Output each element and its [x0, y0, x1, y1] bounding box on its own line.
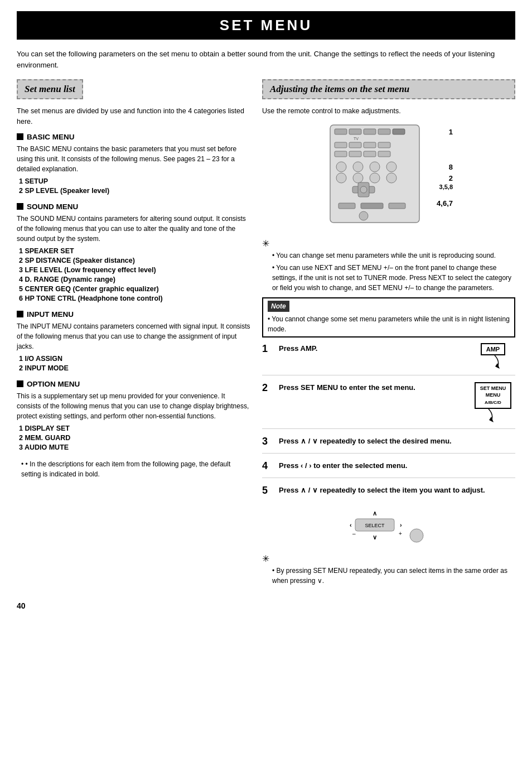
tip-icon: ✳	[262, 239, 269, 248]
sound-item-3: 3 LFE LEVEL (Low frequency effect level)	[19, 266, 251, 274]
svg-rect-4	[378, 129, 390, 134]
svg-text:–: –	[352, 531, 356, 537]
sound-menu-desc: The SOUND MENU contains parameters for a…	[17, 214, 251, 244]
step-1-number: 1	[262, 343, 273, 355]
page-title: SET MENU	[17, 11, 515, 40]
diagram-label-467: 4,6,7	[437, 199, 453, 208]
set-menu-button-tail-svg	[475, 409, 497, 423]
svg-rect-12	[349, 151, 361, 157]
svg-point-19	[336, 173, 346, 183]
svg-rect-9	[364, 142, 376, 148]
svg-point-29	[359, 211, 368, 220]
black-square-icon	[17, 311, 23, 317]
diagram-label-8: 8	[449, 163, 453, 171]
svg-text:∧: ∧	[373, 510, 377, 517]
right-column: Adjusting the items on the set menu Use …	[262, 79, 515, 590]
black-square-icon	[17, 133, 23, 140]
diagram-label-1: 1	[449, 128, 453, 136]
diagram-label-2: 2	[449, 174, 453, 182]
sound-menu-title: SOUND MENU	[17, 202, 251, 211]
svg-rect-14	[378, 151, 390, 157]
bottom-tip-icon: ✳	[262, 554, 269, 563]
remote-diagram: TV	[262, 122, 515, 233]
basic-menu-title: BASIC MENU	[17, 133, 251, 141]
step-5-number: 5	[262, 485, 273, 496]
footer-note: • In the descriptions for each item from…	[21, 459, 251, 479]
step-2-icon: SET MENUMENUA/B/C/D	[471, 382, 515, 423]
steps-container: 1 Press AMP. AMP 2	[262, 343, 515, 502]
note-text: • You cannot change some set menu parame…	[268, 314, 510, 334]
note-box: Note • You cannot change some set menu p…	[262, 297, 515, 337]
sound-item-4: 4 D. RANGE (Dynamic range)	[19, 276, 251, 283]
svg-rect-26	[338, 203, 355, 209]
tip-2: • You can use NEXT and SET MENU +/– on t…	[272, 263, 515, 293]
note-label: Note	[268, 301, 289, 312]
step-1-icon: AMP	[471, 343, 515, 369]
input-item-2: 2 INPUT MODE	[19, 364, 251, 372]
step-2-content: Press SET MENU to enter the set menu.	[279, 382, 465, 393]
amp-button-tail-svg	[481, 355, 503, 369]
bottom-tip-section: ✳ • By pressing SET MENU repeatedly, you…	[262, 552, 515, 586]
nav-diagram-wrapper: ∧ SELECT ‹ › ∨ – +	[262, 509, 515, 548]
input-menu-title: INPUT MENU	[17, 310, 251, 319]
adjusting-header: Adjusting the items on the set menu	[262, 79, 515, 99]
diagram-label-358: 3,5,8	[439, 184, 453, 190]
black-square-icon	[17, 203, 23, 210]
black-square-icon	[17, 380, 23, 387]
option-item-1: 1 DISPLAY SET	[19, 425, 251, 432]
basic-item-2: 2 SP LEVEL (Speaker level)	[19, 187, 251, 195]
right-intro: Use the remote control to make adjustmen…	[262, 106, 515, 117]
svg-point-17	[370, 162, 380, 172]
page-number: 40	[17, 601, 515, 610]
basic-menu-desc: The BASIC MENU contains the basic parame…	[17, 144, 251, 174]
remote-diagram-svg: TV	[325, 122, 453, 231]
svg-text:∨: ∨	[373, 534, 377, 541]
amp-button: AMP	[481, 343, 505, 355]
option-item-2: 2 MEM. GUARD	[19, 434, 251, 442]
option-menu-desc: This is a supplementary set up menu prov…	[17, 391, 251, 421]
tip-1: • You can change set menu parameters whi…	[272, 250, 515, 261]
svg-rect-1	[335, 129, 347, 134]
svg-marker-31	[489, 417, 494, 422]
svg-text:+: +	[399, 531, 402, 537]
svg-rect-7	[335, 142, 347, 148]
step-2-number: 2	[262, 382, 273, 394]
svg-point-15	[336, 162, 346, 172]
svg-point-18	[386, 162, 396, 172]
step-1-row: 1 Press AMP. AMP	[262, 343, 515, 375]
step-3-content: Press ∧ / ∨ repeatedly to select the des…	[279, 436, 515, 447]
svg-rect-13	[364, 151, 376, 157]
svg-rect-2	[349, 129, 361, 134]
svg-rect-8	[349, 142, 361, 148]
svg-rect-28	[389, 203, 405, 209]
svg-rect-3	[364, 129, 376, 134]
step-4-number: 4	[262, 460, 273, 472]
svg-rect-27	[361, 203, 383, 209]
step-5-row: 5 Press ∧ / ∨ repeatedly to select the i…	[262, 485, 515, 502]
svg-point-25	[360, 186, 367, 193]
basic-menu-section: BASIC MENU The BASIC MENU contains the b…	[17, 133, 251, 195]
step-3-row: 3 Press ∧ / ∨ repeatedly to select the d…	[262, 436, 515, 454]
left-intro: The set menus are divided by use and fun…	[17, 106, 251, 127]
option-menu-section: OPTION MENU This is a supplementary set …	[17, 380, 251, 451]
option-item-3: 3 AUDIO MUTE	[19, 443, 251, 451]
bottom-tip: • By pressing SET MENU repeatedly, you c…	[272, 566, 515, 586]
set-menu-list-header: Set menu list	[17, 79, 83, 99]
sound-item-1: 1 SPEAKER SET	[19, 247, 251, 255]
tips-section: ✳ • You can change set menu parameters w…	[262, 237, 515, 293]
svg-rect-11	[335, 151, 347, 157]
nav-diagram-svg: ∧ SELECT ‹ › ∨ – +	[344, 509, 433, 548]
svg-point-22	[386, 173, 396, 183]
option-menu-title: OPTION MENU	[17, 380, 251, 388]
svg-point-21	[370, 173, 380, 183]
input-menu-section: INPUT MENU The INPUT MENU contains param…	[17, 310, 251, 372]
step-1-content: Press AMP.	[279, 343, 465, 354]
step-3-number: 3	[262, 436, 273, 447]
svg-text:SELECT: SELECT	[365, 523, 385, 528]
step-4-content: Press ‹ / › to enter the selected menu.	[279, 460, 515, 471]
left-column: Set menu list The set menus are divided …	[17, 79, 251, 590]
sound-item-6: 6 HP TONE CTRL (Headphone tone control)	[19, 295, 251, 302]
svg-rect-10	[378, 142, 390, 148]
svg-text:TV: TV	[354, 137, 359, 141]
set-menu-button: SET MENUMENUA/B/C/D	[475, 382, 512, 409]
